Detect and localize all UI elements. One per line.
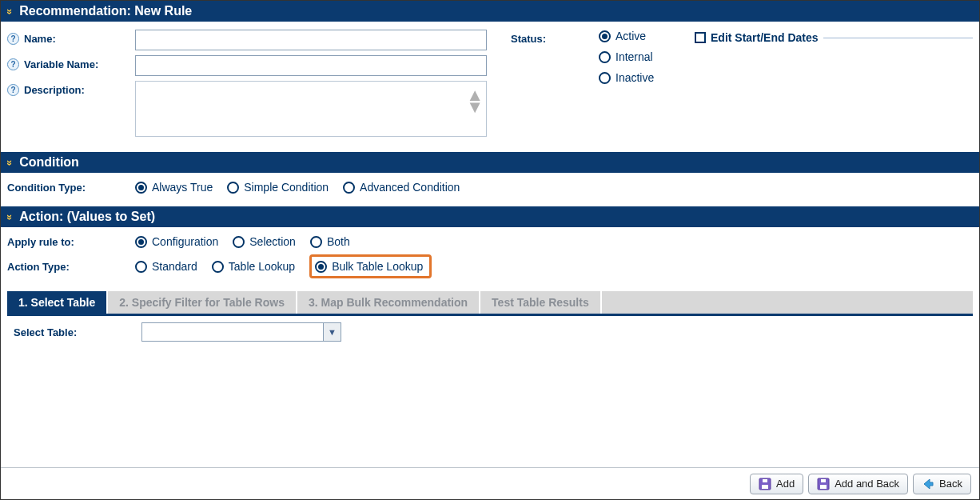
select-table-label: Select Table: — [14, 326, 141, 338]
add-and-back-label: Add and Back — [835, 478, 899, 490]
status-internal-radio[interactable] — [599, 51, 611, 63]
action-bulk-table-lookup-label: Bulk Table Lookup — [332, 260, 423, 273]
action-type-label: Action Type: — [7, 261, 135, 273]
status-options: Active Internal Inactive — [599, 30, 695, 92]
description-input[interactable] — [135, 81, 487, 137]
svg-rect-4 — [820, 485, 827, 489]
bulk-table-lookup-highlight: Bulk Table Lookup — [309, 254, 432, 278]
action-title: Action: (Values to Set) — [19, 210, 155, 224]
svg-rect-1 — [762, 485, 768, 489]
recommendation-body: ? Name: ? Variable Name: — [1, 22, 979, 152]
action-header[interactable]: » Action: (Values to Set) — [1, 206, 979, 227]
rule-editor-page: » Recommendation: New Rule ? Name: ? — [0, 0, 980, 500]
description-label-col: ? Description: — [7, 81, 135, 96]
status-internal-label: Internal — [615, 50, 653, 63]
action-tabs: 1. Select Table 2. Specify Filter for Ta… — [7, 291, 973, 316]
help-icon[interactable]: ? — [7, 84, 19, 96]
back-button[interactable]: Back — [913, 474, 971, 494]
save-icon — [817, 478, 830, 490]
condition-title: Condition — [19, 155, 79, 170]
apply-rule-label: Apply rule to: — [7, 236, 135, 248]
variable-label-col: ? Variable Name: — [7, 55, 135, 70]
footer-toolbar: Add Add and Back Back — [1, 467, 979, 499]
tab-map-bulk[interactable]: 3. Map Bulk Recommendation — [297, 291, 480, 314]
apply-configuration-radio[interactable] — [135, 236, 147, 248]
help-icon[interactable]: ? — [7, 58, 19, 70]
edit-dates-fieldset: Edit Start/End Dates — [695, 31, 973, 46]
select-table-input[interactable] — [142, 323, 323, 341]
apply-both-label: Both — [327, 235, 350, 248]
recommendation-title: Recommendation: New Rule — [19, 4, 192, 18]
variable-name-input[interactable] — [135, 55, 487, 76]
action-table-lookup-label: Table Lookup — [229, 260, 295, 273]
apply-selection-radio[interactable] — [233, 236, 245, 248]
apply-both-radio[interactable] — [310, 236, 322, 248]
content-area: » Recommendation: New Rule ? Name: ? — [1, 1, 979, 467]
action-standard-radio[interactable] — [135, 261, 147, 273]
apply-selection-label: Selection — [249, 235, 296, 248]
name-label: Name: — [24, 33, 56, 45]
collapse-icon: » — [5, 159, 15, 165]
condition-always-label: Always True — [152, 181, 213, 194]
svg-rect-2 — [763, 479, 767, 482]
condition-simple-label: Simple Condition — [244, 181, 329, 194]
status-inactive-label: Inactive — [615, 71, 654, 84]
condition-type-label: Condition Type: — [7, 182, 135, 194]
status-label: Status: — [511, 30, 599, 92]
condition-body: Condition Type: Always True Simple Condi… — [1, 173, 979, 206]
collapse-icon: » — [5, 214, 15, 219]
chevron-down-icon[interactable]: ▼ — [323, 323, 341, 341]
save-icon — [759, 478, 771, 490]
select-table-combo[interactable]: ▼ — [141, 322, 341, 342]
add-button-label: Add — [776, 478, 795, 490]
condition-header[interactable]: » Condition — [1, 152, 979, 173]
variable-name-label: Variable Name: — [24, 58, 98, 70]
action-standard-label: Standard — [152, 260, 197, 273]
tab-body: Select Table: ▼ — [7, 316, 973, 353]
edit-dates-label: Edit Start/End Dates — [711, 31, 819, 44]
condition-advanced-radio[interactable] — [343, 182, 355, 194]
status-inactive-radio[interactable] — [599, 72, 611, 84]
tab-specify-filter[interactable]: 2. Specify Filter for Table Rows — [108, 291, 297, 314]
description-label: Description: — [24, 84, 85, 96]
recommendation-header[interactable]: » Recommendation: New Rule — [1, 1, 979, 22]
condition-simple-radio[interactable] — [227, 182, 239, 194]
apply-configuration-label: Configuration — [152, 235, 218, 248]
action-table-lookup-radio[interactable] — [212, 261, 224, 273]
add-and-back-button[interactable]: Add and Back — [808, 474, 908, 494]
help-icon[interactable]: ? — [7, 33, 19, 45]
add-button[interactable]: Add — [750, 474, 803, 494]
name-label-col: ? Name: — [7, 30, 135, 45]
action-bulk-table-lookup-radio[interactable] — [315, 261, 327, 273]
svg-rect-5 — [821, 479, 826, 482]
edit-dates-checkbox[interactable] — [695, 32, 706, 43]
tab-select-table[interactable]: 1. Select Table — [7, 291, 108, 314]
condition-advanced-label: Advanced Condition — [360, 181, 460, 194]
back-button-label: Back — [939, 478, 962, 490]
arrow-left-icon — [922, 478, 934, 490]
condition-always-radio[interactable] — [135, 182, 147, 194]
action-body: Apply rule to: Configuration Selection B… — [1, 227, 979, 353]
tab-test-results[interactable]: Test Table Results — [480, 291, 602, 314]
status-active-radio[interactable] — [599, 30, 611, 42]
name-input[interactable] — [135, 30, 487, 50]
collapse-icon: » — [5, 8, 15, 14]
status-active-label: Active — [615, 30, 646, 42]
